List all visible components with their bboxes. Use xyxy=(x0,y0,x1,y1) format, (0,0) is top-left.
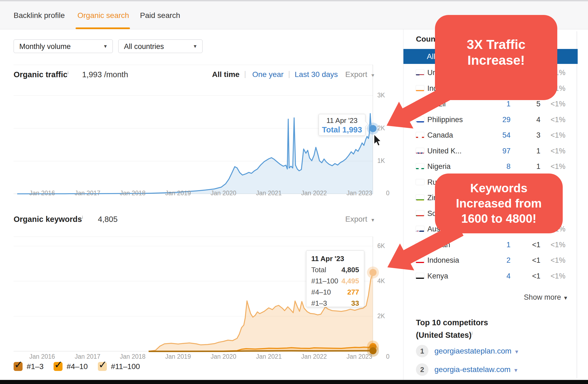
info-icon: i xyxy=(82,215,83,220)
tooltip-date: 11 Apr '23 xyxy=(311,255,359,263)
country-select[interactable]: All countries ▼ xyxy=(118,39,203,53)
country-keywords-value: <1 xyxy=(513,252,540,268)
metric-select[interactable]: Monthly volume ▼ xyxy=(14,39,113,53)
callout-text-line: 3X Traffic xyxy=(435,37,557,52)
countries-all-label: All xyxy=(427,52,435,61)
country-traffic-value[interactable]: 1 xyxy=(478,237,511,253)
info-icon: i xyxy=(472,331,473,336)
country-traffic-value[interactable]: 29 xyxy=(478,112,511,128)
x-tick-label: Jan 2020 xyxy=(211,190,237,197)
tooltip-row-value: 33 xyxy=(351,299,359,308)
legend-label: #11–100 xyxy=(111,362,140,371)
tooltip-total: Total 1,993 xyxy=(319,125,365,134)
checkmark-icon: ✓ xyxy=(14,359,23,370)
country-keywords-value: 1 xyxy=(513,159,540,174)
x-tick-label: Jan 2021 xyxy=(256,190,282,197)
chevron-down-icon: ▼ xyxy=(514,349,519,355)
x-tick-label: Jan 2019 xyxy=(165,353,191,360)
x-tick-label: Jan 2022 xyxy=(301,353,327,360)
keywords-export-button[interactable]: Export▼ xyxy=(345,215,375,224)
country-row-ke[interactable]: Kenya4<1<1% xyxy=(403,268,577,284)
keywords-section-title: Organic keywordsi xyxy=(14,215,83,224)
country-keywords-value: 3 xyxy=(513,127,540,143)
x-tick-label: Jan 2016 xyxy=(29,353,55,360)
country-row-id[interactable]: Indonesia2<1<1% xyxy=(403,252,577,268)
checkmark-icon: ✓ xyxy=(98,359,107,370)
traffic-callout-bubble: 3X TrafficIncrease! xyxy=(435,15,557,100)
tooltip-row-label: #4–10 xyxy=(311,288,331,296)
legend-checkbox[interactable]: ✓ xyxy=(54,362,63,371)
x-tick-label: Jan 2023 xyxy=(347,190,372,197)
tooltip-row: #11–1004,495 xyxy=(311,277,359,285)
tooltip-row-value: 277 xyxy=(347,288,359,296)
country-row-ca[interactable]: Canada543<1% xyxy=(403,127,577,143)
tooltip-date: 11 Apr '23 xyxy=(319,116,365,125)
x-tick-label: Jan 2018 xyxy=(120,190,146,197)
country-share-value: <1% xyxy=(540,112,565,128)
country-row-gb[interactable]: United K...971<1% xyxy=(403,143,577,159)
chevron-down-icon: ▼ xyxy=(103,40,108,53)
competitor-rank-badge: 2 xyxy=(416,363,428,376)
country-share-value: <1% xyxy=(540,268,565,284)
x-tick-label: Jan 2019 xyxy=(165,190,191,197)
flag-icon-gb xyxy=(416,148,424,154)
country-row-ph[interactable]: Philippines294<1% xyxy=(403,112,577,128)
callout-text-line: Increase! xyxy=(435,52,557,68)
country-traffic-value[interactable]: 2 xyxy=(478,252,511,268)
country-name: Canada xyxy=(427,127,453,143)
y-axis-zero-label: 0 xyxy=(386,353,390,360)
country-row-tw[interactable]: Taiwan1<1<1% xyxy=(403,237,577,253)
flag-icon-id xyxy=(416,257,424,263)
competitor-domain-link[interactable]: georgia-estatelaw.com▼ xyxy=(434,365,518,374)
legend-label: #1–3 xyxy=(27,362,43,371)
x-tick-label: Jan 2020 xyxy=(211,353,237,360)
country-traffic-value[interactable]: 54 xyxy=(478,127,511,143)
flag-icon-ph xyxy=(416,117,424,122)
country-share-value: <1% xyxy=(540,143,565,159)
country-traffic-value[interactable]: 97 xyxy=(478,143,511,159)
traffic-tooltip: 11 Apr '23 Total 1,993 xyxy=(319,114,365,136)
legend-label: #4–10 xyxy=(67,362,88,371)
flag-icon-au xyxy=(416,226,424,232)
country-name: Indonesia xyxy=(427,252,459,268)
y-tick-label: 3K xyxy=(377,92,385,99)
tooltip-row: #4–10277 xyxy=(311,288,359,296)
callout-text-line: Keywords xyxy=(435,181,563,196)
x-tick-label: Jan 2021 xyxy=(256,353,282,360)
tab-backlink-profile[interactable]: Backlink profile xyxy=(14,2,65,29)
chevron-down-icon: ▼ xyxy=(193,40,197,53)
keywords-callout-bubble: KeywordsIncreased from1600 to 4800! xyxy=(435,174,563,233)
tab-organic-search[interactable]: Organic search xyxy=(77,2,129,29)
country-share-value: <1% xyxy=(540,127,565,143)
chevron-down-icon: ▼ xyxy=(513,367,518,373)
competitors-title: Top 10 competitors (United States)i xyxy=(416,317,488,340)
flag-icon-br xyxy=(416,101,424,107)
legend-item-11100[interactable]: ✓#11–100 xyxy=(98,361,140,372)
x-tick-label: Jan 2018 xyxy=(120,353,146,360)
tab-paid-search[interactable]: Paid search xyxy=(140,2,180,29)
flag-icon-ca xyxy=(416,132,424,138)
country-share-value: <1% xyxy=(540,237,565,253)
country-name: Kenya xyxy=(427,268,448,284)
competitor-domain-link[interactable]: georgiaestateplan.com▼ xyxy=(434,347,519,355)
series-end-dot xyxy=(369,269,377,276)
legend-checkbox[interactable]: ✓ xyxy=(14,362,23,371)
competitor-row: 2georgia-estatelaw.com▼ xyxy=(416,363,568,376)
competitor-row: 1georgiaestateplan.com▼ xyxy=(416,345,568,358)
flag-icon-in xyxy=(416,85,424,91)
flag-icon-us xyxy=(416,70,424,75)
tooltip-row-value: 4,495 xyxy=(341,277,359,285)
legend-item-13[interactable]: ✓#1–3 xyxy=(14,361,43,372)
y-tick-label: 2K xyxy=(377,125,385,132)
ahrefs-organic-search-page: Backlink profileOrganic searchPaid searc… xyxy=(0,0,588,384)
legend-checkbox[interactable]: ✓ xyxy=(98,362,107,371)
country-traffic-value[interactable]: 8 xyxy=(478,159,511,174)
show-more-button[interactable]: Show more ▼ xyxy=(514,293,568,302)
country-row-ng[interactable]: Nigeria81<1% xyxy=(403,159,577,174)
country-traffic-value[interactable]: 4 xyxy=(478,268,511,284)
flag-icon-zw xyxy=(416,195,424,200)
x-tick-label: Jan 2017 xyxy=(75,190,101,197)
legend-item-410[interactable]: ✓#4–10 xyxy=(54,361,88,372)
country-name: Taiwan xyxy=(427,237,450,253)
x-tick-label: Jan 2022 xyxy=(301,190,327,197)
